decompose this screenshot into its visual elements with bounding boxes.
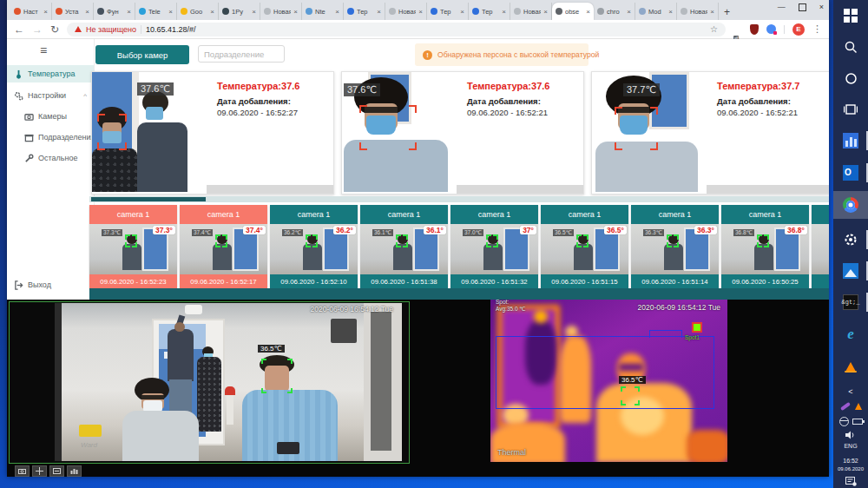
camera-thumbnail-3[interactable]: camera 136.1℃36.1°09.06.2020 - 16:51:38 (360, 205, 448, 288)
browser-tab-9[interactable]: Новая в× (385, 3, 427, 20)
camera-thumbnail-8[interactable]: camera 109 (812, 205, 829, 288)
tab-close-icon[interactable]: × (377, 8, 381, 16)
browser-tab-2[interactable]: Фун× (94, 3, 135, 20)
in-image-temp-label: 36.8℃ (733, 229, 754, 236)
sidebar-item-cameras[interactable]: Камеры (7, 108, 94, 125)
tab-close-icon[interactable]: × (460, 8, 464, 16)
search-icon[interactable] (833, 33, 868, 61)
tray-expand-chevron[interactable]: < (833, 386, 868, 398)
browser-tab-1[interactable]: Уста× (52, 3, 94, 20)
notification-center-icon[interactable] (833, 474, 868, 488)
camera-thumbnail-6[interactable]: camera 136.3℃36.3°09.06.2020 - 16:51:14 (631, 205, 719, 288)
browser-tab-16[interactable]: Новая в× (677, 3, 719, 20)
browser-tab-10[interactable]: Тер× (427, 3, 469, 20)
tab-close-icon[interactable]: × (418, 8, 423, 16)
bookmark-star-icon[interactable]: ☆ (710, 24, 718, 34)
task-view-icon[interactable] (833, 96, 868, 123)
detection-card[interactable]: 37.6℃ Температура:37.6 Дата добавления: … (341, 71, 584, 195)
camera-thumbnail-5[interactable]: camera 136.5℃36.5°09.06.2020 - 16:51:15 (541, 205, 628, 288)
pinned-app-tiles-icon[interactable] (833, 127, 868, 155)
detection-card[interactable]: 37.6℃ Температура:37.6 Дата добавления: … (91, 71, 334, 195)
browser-menu-icon[interactable]: ⋮ (812, 23, 822, 35)
back-icon[interactable]: ← (14, 24, 24, 35)
snapshot-icon[interactable] (15, 465, 30, 477)
sidebar-item-settings[interactable]: Настройки ^ (7, 87, 94, 104)
clock-date[interactable]: 09.06.2020 (833, 466, 868, 472)
address-bar[interactable]: Не защищено 10.65.41.28/#/ ☆ (67, 23, 726, 36)
forward-icon[interactable]: → (32, 24, 43, 35)
camera-thumbnail-2[interactable]: camera 136.2℃36.2°09.06.2020 - 16:52:10 (270, 205, 358, 288)
browser-tab-6[interactable]: Новая в× (260, 3, 302, 20)
camera-thumbnail-1[interactable]: camera 137.4℃37.4°09.06.2020 - 16:52:17 (180, 205, 267, 288)
maximize-button[interactable] (799, 3, 806, 11)
browser-tab-11[interactable]: Тер× (469, 3, 510, 20)
internet-explorer-icon[interactable]: e (833, 320, 868, 347)
new-tab-button[interactable]: + (724, 6, 730, 18)
reload-icon[interactable]: ↻ (50, 24, 59, 35)
camera-thumbnail-7[interactable]: camera 136.8℃36.8°09.06.2020 - 16:50:25 (721, 205, 809, 288)
clock-time[interactable]: 16:52 (833, 458, 868, 464)
tab-close-icon[interactable]: × (252, 8, 256, 16)
chrome-icon[interactable] (833, 191, 868, 219)
browser-tab-5[interactable]: 1Ру× (219, 3, 260, 20)
tab-close-icon[interactable]: × (668, 8, 673, 16)
browser-tab-14[interactable]: chro× (594, 3, 635, 20)
horizontal-scrollbar[interactable] (89, 196, 829, 202)
tab-close-icon[interactable]: × (168, 8, 173, 16)
tray-mini-icons[interactable] (833, 399, 868, 413)
browser-tab-8[interactable]: Тер× (344, 3, 385, 20)
zoom-icon[interactable] (49, 465, 64, 477)
extension-mountain-icon[interactable]: off (733, 22, 742, 37)
sidebar-item-logout[interactable]: Выход (7, 276, 94, 293)
profile-avatar[interactable]: E (792, 23, 805, 36)
start-button[interactable] (833, 2, 868, 30)
thermal-camera-feed[interactable]: Spot1 36.5℃ Spot:Avg:35.0 ℃ 2020-06-09 1… (490, 300, 727, 462)
tab-close-icon[interactable]: × (293, 8, 298, 16)
tab-close-icon[interactable]: × (543, 8, 548, 16)
tab-close-icon[interactable]: × (502, 8, 506, 16)
extension-shield-icon[interactable] (750, 24, 759, 35)
browser-tab-4[interactable]: Goo× (177, 3, 219, 20)
browser-tab-12[interactable]: Новая в× (510, 3, 552, 20)
live-camera-feed[interactable]: 36.5℃ 2020-06-09 16:54:12 Tue Ward (9, 301, 410, 464)
close-button[interactable]: × (819, 3, 824, 11)
tab-close-icon[interactable]: × (335, 8, 339, 16)
browser-tab-7[interactable]: Nte× (302, 3, 344, 20)
histogram-icon[interactable] (67, 465, 82, 477)
outlook-icon[interactable] (833, 159, 868, 187)
pan-icon[interactable] (32, 465, 47, 477)
tray-network-battery[interactable] (833, 415, 868, 427)
chevron-up-icon[interactable]: ^ (83, 92, 87, 100)
vlc-icon[interactable] (833, 353, 868, 380)
tab-close-icon[interactable]: × (710, 8, 714, 16)
tab-close-icon[interactable]: × (85, 8, 89, 16)
camera-thumbnail-0[interactable]: camera 137.3℃37.3°09.06.2020 - 16:52:23 (89, 205, 177, 288)
browser-tab-0[interactable]: Наст× (10, 3, 52, 20)
browser-tab-15[interactable]: Mod× (635, 3, 677, 20)
extension-blue-icon[interactable] (766, 24, 776, 34)
sidebar-item-temperature[interactable]: Температура (7, 65, 94, 82)
division-input[interactable] (198, 45, 285, 63)
minimize-button[interactable]: — (778, 3, 786, 11)
detection-card[interactable]: 37.7℃ Температура:37.7 Дата добавления: … (591, 71, 829, 195)
command-prompt-icon[interactable]: &gt;_ (833, 288, 868, 316)
settings-gear-icon[interactable] (833, 226, 868, 254)
photos-app-icon[interactable] (833, 257, 868, 285)
camera-thumbnail-4[interactable]: camera 137.0℃37°09.06.2020 - 16:51:32 (450, 205, 538, 288)
sidebar-item-divisions[interactable]: Подразделения (7, 129, 94, 146)
cortana-icon[interactable] (833, 64, 868, 92)
tab-close-icon[interactable]: × (43, 8, 48, 16)
language-indicator[interactable]: ENG (833, 443, 868, 449)
tab-close-icon[interactable]: × (627, 8, 631, 16)
camera-name: camera 1 (450, 205, 538, 224)
menu-toggle-icon[interactable]: ≡ (40, 43, 47, 57)
tab-close-icon[interactable]: × (586, 8, 590, 16)
sidebar-item-other[interactable]: Остальное (7, 149, 94, 167)
browser-tab-active[interactable]: obse× (552, 3, 594, 20)
tab-close-icon[interactable]: × (127, 8, 131, 16)
scrollbar-thumb[interactable] (91, 197, 206, 201)
camera-select-button[interactable]: Выбор камер (95, 45, 189, 64)
volume-icon[interactable] (833, 429, 868, 441)
browser-tab-3[interactable]: Tele× (135, 3, 177, 20)
tab-close-icon[interactable]: × (210, 8, 214, 16)
